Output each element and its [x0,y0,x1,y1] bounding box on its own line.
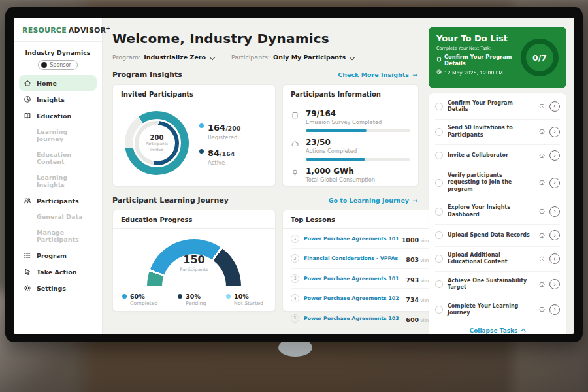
lesson-link[interactable]: Power Purchase Agreements 101 [304,276,403,282]
chevron-down-icon[interactable] [350,54,355,59]
task-checkbox[interactable] [435,280,443,288]
sidebar-item-general-data[interactable]: General Data [19,209,97,224]
task-row-achieve-target[interactable]: Achieve One Sustainability Target › [435,271,560,297]
participants-filter-dropdown[interactable]: Only My Participants [273,54,346,61]
sidebar-item-label: Education [37,112,71,120]
gear-icon [24,284,31,292]
arrow-right-icon: → [412,71,417,78]
donut-legend: 164/200 Registered 84/164 Active [199,115,240,172]
sidebar-item-settings[interactable]: Settings [19,280,97,296]
go-to-learning-journey-link[interactable]: Go to Learning Journey→ [329,197,417,204]
legend-label: Active [208,159,235,166]
sidebar-item-education[interactable]: Education [19,108,97,123]
people-icon [24,197,31,204]
gauge-center-label: 150 Participants [147,253,241,272]
task-checkbox[interactable] [435,179,443,187]
todo-next-task: Confirm Your Program Details [436,54,515,67]
logo-text-advisor: ADVISOR [69,26,106,35]
card-title: Education Progress [121,216,267,223]
sidebar-item-program[interactable]: Program [19,248,97,263]
task-checkbox[interactable] [435,306,443,314]
sidebar-item-learning-journey[interactable]: Learning Journey [19,124,97,146]
lesson-rank: 5 [291,314,299,323]
cursor-action-icon [24,268,31,276]
program-filter-dropdown[interactable]: Industrialize Zero [144,54,206,61]
todo-hero-panel: Your To Do List Complete Your Next Task:… [429,27,566,88]
legend-dot-icon [199,123,204,128]
task-row-explore-insights[interactable]: Explore Your Insights Dashboard › [435,199,560,224]
chevron-down-icon[interactable] [210,54,215,59]
task-checkbox[interactable] [435,128,443,136]
sidebar-item-take-action[interactable]: Take Action [19,264,97,280]
section-title: Program Insights [112,71,182,79]
stat-label: Actions Completed [306,148,410,154]
sidebar-item-learning-insights[interactable]: Learning Insights [19,170,97,192]
task-checkbox[interactable] [435,255,443,263]
collapse-tasks-link[interactable]: Collapse Tasks [435,322,560,334]
todo-subtitle: Complete Your Next Task: [436,46,515,51]
clock-icon [539,129,545,135]
task-checkbox[interactable] [435,152,443,159]
lesson-link[interactable]: Financial Considerations - VPPAs [304,255,403,261]
task-open-button[interactable]: › [549,101,560,112]
arrow-right-icon: → [412,197,417,204]
task-open-button[interactable]: › [549,304,560,315]
clock-icon [539,306,545,312]
clock-icon [436,69,442,76]
task-open-button[interactable]: › [549,150,560,161]
sidebar-item-participants[interactable]: Participants [19,193,97,208]
task-label: Send 50 Invitations to Participants [448,125,534,139]
sidebar-item-label: Insights [37,96,65,103]
task-checkbox[interactable] [435,103,443,110]
sidebar-item-home[interactable]: Home [19,75,97,91]
sidebar-item-education-content[interactable]: Education Content [19,147,97,169]
lesson-row: 3 Power Purchase Agreements 101 793views [291,269,434,289]
clock-icon [539,180,545,186]
task-checkbox[interactable] [435,208,443,216]
task-row-verify-participants[interactable]: Verify participants requesting to join t… [435,167,560,199]
task-row-invite-collaborator[interactable]: Invite a Collaborator › [435,144,560,167]
book-icon [24,112,31,120]
sidebar-item-insights[interactable]: Insights [19,91,97,107]
legend-pct: 10% [234,293,263,300]
check-more-insights-link[interactable]: Check More Insights→ [338,71,417,78]
lesson-link[interactable]: Power Purchase Agreements 102 [304,295,403,301]
logo-text-resource: RESOURCE [22,26,67,35]
task-open-button[interactable]: › [549,253,560,264]
task-row-complete-learning-journey[interactable]: Complete Your Learning Journey › [435,297,560,322]
main-content: Welcome, Industry Dynamics Program: Indu… [103,18,427,334]
task-row-confirm-program[interactable]: Confirm Your Program Details › [435,94,560,119]
task-row-upload-spend-data[interactable]: Upload Spend Data Records › [435,224,560,246]
stat-value: 1,000 GWh [306,167,410,176]
organization-name: Industry Dynamics [14,49,102,56]
task-open-button[interactable]: › [549,230,560,240]
task-row-upload-educational-content[interactable]: Upload Additional Educational Content › [435,246,560,272]
app-logo: RESOURCEADVISOR+ [14,25,102,35]
sponsor-badge-label: Sponsor [50,62,71,68]
legend-dot-icon [178,294,182,299]
stat-global-consumption: 1,000 GWh Total Global Consumption [291,167,410,183]
task-row-send-invitations[interactable]: Send 50 Invitations to Participants › [435,119,560,144]
stat-label: Total Global Consumption [306,176,410,183]
clock-icon [539,153,545,159]
program-insights-cards: Invited Participants 200 ParticipantsInv… [112,84,419,186]
sidebar-item-manage-participants[interactable]: Manage Participants [19,225,97,247]
lesson-link[interactable]: Power Purchase Agreements 103 [304,316,403,321]
education-progress-gauge-chart: 150 Participants [147,239,241,286]
task-checkbox[interactable] [435,231,443,239]
legend-label: Pending [186,301,206,306]
learning-journey-header: Participant Learning Journey Go to Learn… [112,196,417,204]
task-open-button[interactable]: › [549,178,560,188]
legend-item-active: 84/164 Active [199,146,240,166]
card-divider [113,228,275,229]
task-label: Achieve One Sustainability Target [448,278,534,291]
sidebar: RESOURCEADVISOR+ Industry Dynamics Spons… [14,18,103,334]
lesson-link[interactable]: Power Purchase Agreements 101 [304,236,399,242]
task-open-button[interactable]: › [549,206,560,217]
task-open-button[interactable]: › [549,279,560,289]
lesson-row: 2 Financial Considerations - VPPAs 803vi… [291,249,434,269]
list-icon [24,252,31,259]
legend-dot-icon [226,294,231,299]
lesson-rank: 4 [291,294,299,302]
task-open-button[interactable]: › [549,127,560,137]
